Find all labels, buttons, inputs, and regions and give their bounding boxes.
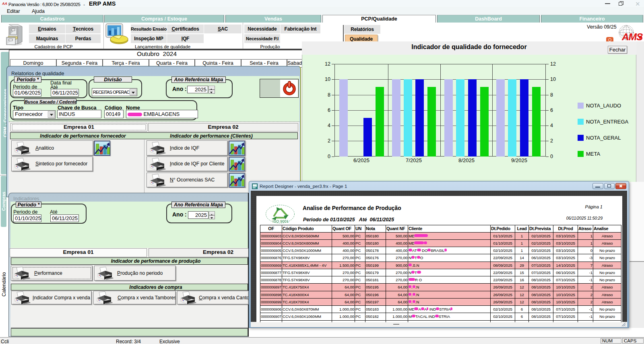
svg-text:AA: AA (2, 2, 7, 6)
